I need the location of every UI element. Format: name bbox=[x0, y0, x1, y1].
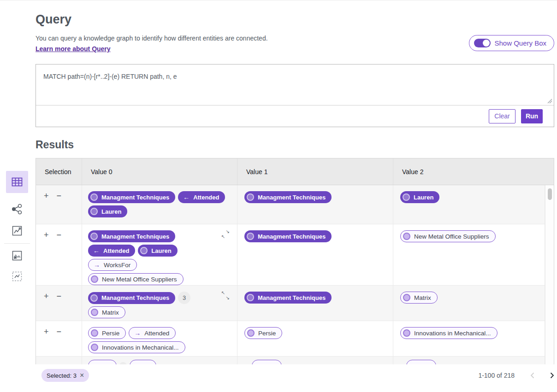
entity-circle-icon bbox=[403, 233, 410, 240]
remove-selection-button[interactable]: − bbox=[57, 328, 62, 335]
value-cell: New Metal Office Suppliers bbox=[393, 224, 545, 285]
pill-line: →WorksFor bbox=[88, 259, 237, 271]
value-cell bbox=[82, 357, 237, 364]
learn-more-link[interactable]: Learn more about Query bbox=[36, 45, 111, 53]
result-pill[interactable]: Managment Techniques bbox=[88, 292, 175, 304]
result-pill[interactable]: →WorksFor bbox=[88, 259, 137, 271]
value-cell: Persie bbox=[237, 321, 393, 356]
arrow-left-icon: ← bbox=[180, 193, 190, 201]
result-pill[interactable]: ←Attended bbox=[178, 191, 225, 203]
results-table-body: +−Managment Techniques←AttendedLaurenMan… bbox=[36, 185, 554, 364]
sidebar-item-table-view[interactable] bbox=[6, 171, 28, 193]
chevron-left-icon bbox=[530, 372, 534, 379]
result-pill[interactable]: Managment Techniques bbox=[244, 292, 332, 304]
pill-line bbox=[400, 360, 545, 364]
sidebar-item-graph-view[interactable] bbox=[11, 203, 24, 216]
arrow-right-icon: → bbox=[91, 261, 100, 269]
pill-line: Managment Techniques←Attended bbox=[88, 191, 237, 203]
diagonal-arrow-icon: ↘ bbox=[226, 295, 230, 300]
result-pill[interactable]: Lauren bbox=[400, 191, 439, 203]
vertical-scrollbar-track[interactable] bbox=[545, 185, 554, 364]
next-page-button[interactable] bbox=[550, 372, 554, 379]
sidebar-item-map-view[interactable] bbox=[12, 250, 23, 261]
result-pill[interactable]: Persie bbox=[88, 327, 126, 339]
column-header-selection: Selection bbox=[36, 158, 82, 185]
previous-page-button[interactable] bbox=[530, 372, 534, 379]
pill-label: Managment Techniques bbox=[101, 233, 169, 240]
pill-label: Attended bbox=[144, 330, 169, 337]
run-button[interactable]: Run bbox=[521, 109, 543, 123]
pill-label: Attended bbox=[193, 194, 219, 201]
pill-line: Persie→Attended bbox=[88, 327, 237, 339]
pill-label: Managment Techniques bbox=[258, 294, 326, 301]
value-cell: Managment Techniques3Matrix↖↘ bbox=[82, 286, 237, 321]
entity-circle-icon bbox=[247, 294, 254, 301]
entity-circle-icon bbox=[140, 247, 148, 254]
pill-line: New Metal Office Suppliers bbox=[88, 273, 237, 285]
result-pill[interactable]: Lauren bbox=[138, 245, 177, 257]
result-pill[interactable]: Matrix bbox=[88, 306, 125, 318]
results-table: SelectionValue 0Value 1Value 2 +−Managme… bbox=[36, 158, 554, 364]
result-pill[interactable]: Managment Techniques bbox=[244, 230, 332, 242]
add-selection-button[interactable]: + bbox=[44, 193, 49, 199]
diagonal-arrow-icon: ↘ bbox=[226, 229, 230, 234]
result-pill[interactable]: →Attended bbox=[129, 327, 176, 339]
value-cell: Managment Techniques←AttendedLauren→Work… bbox=[82, 224, 237, 285]
result-pill[interactable]: Lauren bbox=[88, 205, 127, 217]
toggle-switch-icon[interactable] bbox=[474, 39, 491, 47]
entity-circle-icon bbox=[90, 208, 98, 215]
results-table-header: SelectionValue 0Value 1Value 2 bbox=[36, 158, 554, 185]
clear-selection-icon[interactable]: × bbox=[80, 372, 84, 379]
pill-line: Managment Techniques bbox=[244, 292, 393, 304]
result-pill[interactable]: Innovations in Mechanical... bbox=[400, 327, 498, 339]
sidebar-item-selection-view[interactable] bbox=[12, 271, 23, 282]
textarea-resize-handle[interactable] bbox=[547, 98, 552, 104]
pill-label: Lauren bbox=[101, 208, 121, 215]
result-pill[interactable] bbox=[406, 360, 436, 364]
remove-selection-button[interactable]: − bbox=[57, 193, 62, 199]
vertical-scrollbar-thumb[interactable] bbox=[548, 188, 552, 200]
selected-count-chip[interactable]: Selected: 3 × bbox=[41, 369, 89, 382]
value-cell: Managment Techniques bbox=[237, 286, 393, 321]
expand-cell-icon[interactable]: ↖↘ bbox=[221, 290, 230, 300]
sidebar-item-chart-view[interactable] bbox=[12, 225, 23, 236]
pill-line: ←AttendedLauren bbox=[88, 245, 237, 257]
remove-selection-button[interactable]: − bbox=[57, 232, 62, 238]
table-row: +−Managment Techniques←AttendedLauren→Wo… bbox=[36, 224, 545, 286]
entity-circle-icon bbox=[403, 329, 410, 337]
result-pill[interactable]: Managment Techniques bbox=[88, 230, 175, 242]
result-pill[interactable]: New Metal Office Suppliers bbox=[88, 273, 184, 285]
result-pill[interactable]: New Metal Office Suppliers bbox=[400, 230, 496, 242]
value-cell: Persie→AttendedInnovations in Mechanical… bbox=[82, 321, 237, 356]
pill-line: Innovations in Mechanical... bbox=[400, 327, 545, 339]
add-selection-button[interactable]: + bbox=[44, 232, 49, 238]
result-pill[interactable]: Managment Techniques bbox=[244, 191, 332, 203]
result-pill[interactable] bbox=[88, 360, 117, 364]
collapse-cell-icon[interactable]: ↘↖ bbox=[221, 229, 230, 239]
query-textarea[interactable]: MATCH path=(n)-[r*..2]-(e) RETURN path, … bbox=[36, 64, 554, 105]
pill-line: New Metal Office Suppliers bbox=[400, 230, 545, 242]
add-selection-button[interactable]: + bbox=[44, 328, 49, 335]
result-pill[interactable]: Managment Techniques bbox=[88, 191, 175, 203]
pill-label: Persie bbox=[258, 330, 276, 337]
clear-button[interactable]: Clear bbox=[489, 109, 516, 123]
value-cell: Lauren bbox=[393, 185, 545, 224]
result-pill[interactable]: ←Attended bbox=[88, 245, 135, 257]
result-pill[interactable] bbox=[252, 360, 282, 364]
table-icon bbox=[11, 176, 23, 188]
result-pill[interactable] bbox=[130, 360, 156, 364]
result-pill[interactable]: Innovations in Mechanical... bbox=[88, 341, 185, 353]
pill-label: New Metal Office Suppliers bbox=[414, 233, 489, 240]
remove-selection-button[interactable]: − bbox=[57, 293, 62, 299]
result-pill[interactable]: Matrix bbox=[400, 292, 438, 304]
toggle-label: Show Query Box bbox=[494, 39, 546, 47]
result-pill[interactable]: Persie bbox=[244, 327, 282, 339]
add-selection-button[interactable]: + bbox=[44, 293, 49, 299]
diagonal-arrow-icon: ↖ bbox=[221, 290, 225, 295]
pill-label: WorksFor bbox=[104, 262, 130, 269]
pill-label: Matrix bbox=[102, 309, 119, 316]
pill-line: Matrix bbox=[88, 306, 237, 318]
view-switcher-rail bbox=[6, 171, 29, 282]
show-query-box-toggle[interactable]: Show Query Box bbox=[469, 35, 554, 51]
value-cell: Innovations in Mechanical... bbox=[393, 321, 545, 356]
